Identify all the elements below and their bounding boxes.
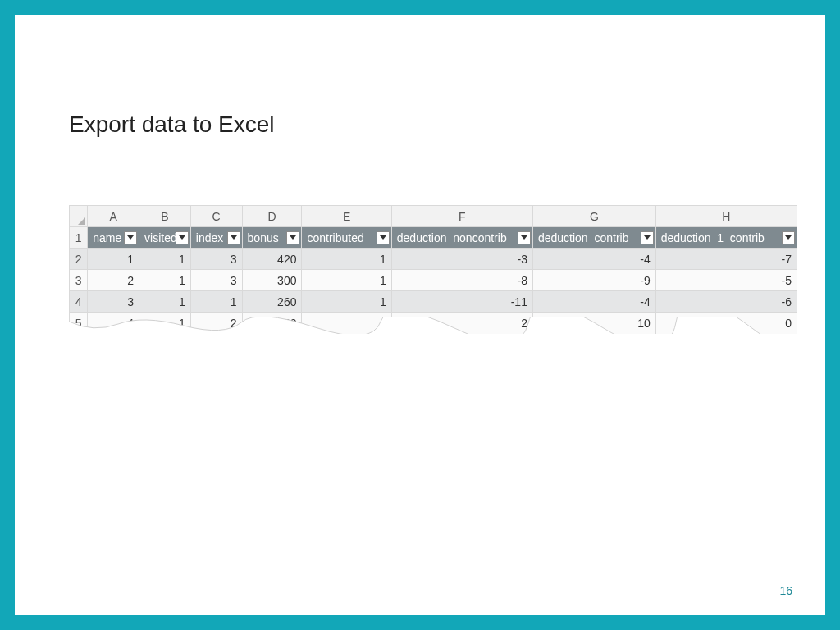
header-label: deduction_contrib xyxy=(538,231,629,244)
table-header-cell[interactable]: visited xyxy=(139,227,191,249)
col-letter[interactable]: C xyxy=(190,206,242,227)
cell[interactable]: 260 xyxy=(242,291,302,313)
col-letter[interactable]: A xyxy=(88,206,139,227)
col-letter[interactable]: D xyxy=(242,206,302,227)
cell[interactable]: -6 xyxy=(655,291,797,313)
col-letter[interactable]: H xyxy=(655,206,797,227)
filter-dropdown-icon[interactable] xyxy=(518,231,531,244)
filter-dropdown-icon[interactable] xyxy=(176,231,189,244)
filter-dropdown-icon[interactable] xyxy=(641,231,654,244)
filter-dropdown-icon[interactable] xyxy=(124,231,137,244)
cell[interactable]: -8 xyxy=(391,270,532,291)
cell[interactable]: 1 xyxy=(302,270,391,291)
table-row: 5 4 1 2 430 1 2 10 0 xyxy=(70,313,797,334)
table-row: 4 3 1 1 260 1 -11 -4 -6 xyxy=(70,291,797,313)
slide: Export data to Excel A B C D E F G xyxy=(15,15,825,615)
cell[interactable]: -11 xyxy=(391,291,532,313)
cell[interactable]: 430 xyxy=(242,313,302,334)
row-number[interactable]: 3 xyxy=(70,270,88,291)
header-label: visited xyxy=(144,231,177,244)
row-number[interactable]: 4 xyxy=(70,291,88,313)
cell[interactable]: 3 xyxy=(190,270,242,291)
cell[interactable]: 1 xyxy=(302,291,391,313)
cell[interactable]: 1 xyxy=(302,313,391,334)
header-label: bonus xyxy=(248,231,279,244)
cell[interactable]: 1 xyxy=(139,313,191,334)
cell[interactable]: 420 xyxy=(242,249,302,270)
cell[interactable]: -3 xyxy=(391,249,532,270)
cell[interactable]: 1 xyxy=(190,291,242,313)
cell[interactable]: 1 xyxy=(139,291,191,313)
col-letter[interactable]: B xyxy=(139,206,191,227)
column-letter-row: A B C D E F G H xyxy=(70,206,797,227)
slide-frame: Export data to Excel A B C D E F G xyxy=(0,0,840,630)
spreadsheet-excerpt: A B C D E F G H 1 name xyxy=(69,205,797,334)
header-label: name xyxy=(93,231,121,244)
table-row: 3 2 1 3 300 1 -8 -9 -5 xyxy=(70,270,797,291)
cell[interactable]: -4 xyxy=(532,291,655,313)
table-header-cell[interactable]: index xyxy=(190,227,242,249)
col-letter[interactable]: E xyxy=(302,206,391,227)
cell[interactable]: -5 xyxy=(655,270,797,291)
col-letter[interactable]: G xyxy=(532,206,655,227)
table-header-cell[interactable]: contributed xyxy=(302,227,391,249)
cell[interactable]: 1 xyxy=(88,249,139,270)
page-number: 16 xyxy=(779,584,792,597)
filter-dropdown-icon[interactable] xyxy=(782,231,795,244)
cell[interactable]: 2 xyxy=(391,313,532,334)
cell[interactable]: 300 xyxy=(242,270,302,291)
cell[interactable]: -4 xyxy=(532,249,655,270)
filter-dropdown-icon[interactable] xyxy=(377,231,390,244)
table-header-cell[interactable]: bonus xyxy=(242,227,302,249)
filter-dropdown-icon[interactable] xyxy=(227,231,240,244)
page-title: Export data to Excel xyxy=(69,112,275,138)
row-number[interactable]: 5 xyxy=(70,313,88,334)
cell[interactable]: 0 xyxy=(655,313,797,334)
cell[interactable]: 2 xyxy=(88,270,139,291)
row-number[interactable]: 2 xyxy=(70,249,88,270)
cell[interactable]: 4 xyxy=(88,313,139,334)
cell[interactable]: 2 xyxy=(190,313,242,334)
table-row: 2 1 1 3 420 1 -3 -4 -7 xyxy=(70,249,797,270)
header-label: deduction_1_contrib xyxy=(661,231,765,244)
header-label: index xyxy=(196,231,223,244)
table-header-cell[interactable]: deduction_noncontrib xyxy=(391,227,532,249)
spreadsheet: A B C D E F G H 1 name xyxy=(69,205,797,334)
table-header-cell[interactable]: name xyxy=(88,227,139,249)
cell[interactable]: 1 xyxy=(302,249,391,270)
table-header-row: 1 name visited index bonus xyxy=(70,227,797,249)
cell[interactable]: 10 xyxy=(532,313,655,334)
table-header-cell[interactable]: deduction_1_contrib xyxy=(655,227,797,249)
col-letter[interactable]: F xyxy=(391,206,532,227)
cell[interactable]: 3 xyxy=(190,249,242,270)
header-label: deduction_noncontrib xyxy=(397,231,507,244)
row-number[interactable]: 1 xyxy=(70,227,88,249)
cell[interactable]: -9 xyxy=(532,270,655,291)
cell[interactable]: 3 xyxy=(88,291,139,313)
cell[interactable]: -7 xyxy=(655,249,797,270)
cell[interactable]: 1 xyxy=(139,249,191,270)
cell[interactable]: 1 xyxy=(139,270,191,291)
select-all-triangle[interactable] xyxy=(70,206,88,227)
filter-dropdown-icon[interactable] xyxy=(286,231,299,244)
header-label: contributed xyxy=(307,231,363,244)
table-header-cell[interactable]: deduction_contrib xyxy=(532,227,655,249)
